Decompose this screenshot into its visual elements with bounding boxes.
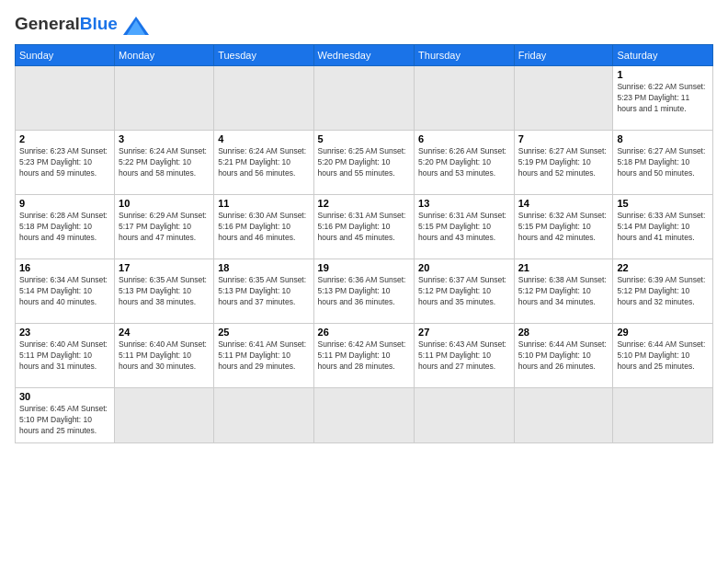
day-number: 3: [119, 133, 210, 144]
logo-text: GeneralBlue: [15, 15, 149, 35]
day-info: Sunrise: 6:37 AM Sunset: 5:12 PM Dayligh…: [418, 275, 510, 308]
day-info: Sunrise: 6:29 AM Sunset: 5:17 PM Dayligh…: [119, 211, 210, 244]
day-info: Sunrise: 6:42 AM Sunset: 5:11 PM Dayligh…: [318, 339, 411, 373]
calendar-cell: [514, 387, 613, 442]
day-number: 11: [218, 198, 309, 209]
calendar-cell: [514, 65, 613, 130]
day-number: 22: [617, 262, 709, 273]
page: GeneralBlue Sunday Monday Tuesday Wednes…: [0, 0, 728, 563]
day-info: Sunrise: 6:23 AM Sunset: 5:23 PM Dayligh…: [19, 146, 110, 179]
calendar-cell: 29Sunrise: 6:44 AM Sunset: 5:10 PM Dayli…: [613, 323, 713, 387]
calendar-cell: 28Sunrise: 6:44 AM Sunset: 5:10 PM Dayli…: [514, 323, 613, 387]
day-number: 5: [318, 133, 411, 144]
calendar-cell: 1Sunrise: 6:22 AM Sunset: 5:23 PM Daylig…: [613, 65, 713, 130]
calendar-cell: 15Sunrise: 6:33 AM Sunset: 5:14 PM Dayli…: [613, 194, 713, 259]
calendar-cell: [115, 65, 214, 130]
day-number: 2: [19, 133, 110, 144]
day-number: 30: [19, 391, 110, 402]
day-info: Sunrise: 6:38 AM Sunset: 5:12 PM Dayligh…: [518, 275, 609, 308]
calendar-cell: 16Sunrise: 6:34 AM Sunset: 5:14 PM Dayli…: [16, 259, 115, 323]
day-number: 14: [518, 198, 609, 209]
logo-blue: Blue: [80, 14, 118, 33]
day-info: Sunrise: 6:22 AM Sunset: 5:23 PM Dayligh…: [617, 82, 709, 115]
day-number: 26: [318, 327, 411, 338]
day-info: Sunrise: 6:24 AM Sunset: 5:22 PM Dayligh…: [119, 146, 210, 179]
calendar-cell: [214, 387, 313, 442]
day-number: 25: [218, 327, 309, 338]
calendar-cell: 4Sunrise: 6:24 AM Sunset: 5:21 PM Daylig…: [214, 130, 313, 194]
day-info: Sunrise: 6:27 AM Sunset: 5:18 PM Dayligh…: [617, 146, 709, 179]
calendar-cell: 10Sunrise: 6:29 AM Sunset: 5:17 PM Dayli…: [115, 194, 214, 259]
calendar-cell: 8Sunrise: 6:27 AM Sunset: 5:18 PM Daylig…: [613, 130, 713, 194]
day-number: 18: [218, 262, 309, 273]
day-number: 4: [218, 133, 309, 144]
calendar-cell: 9Sunrise: 6:28 AM Sunset: 5:18 PM Daylig…: [16, 194, 115, 259]
calendar-cell: [613, 387, 713, 442]
day-number: 9: [19, 198, 110, 209]
calendar-cell: 18Sunrise: 6:35 AM Sunset: 5:13 PM Dayli…: [214, 259, 313, 323]
day-number: 28: [518, 327, 609, 338]
calendar-cell: [115, 387, 214, 442]
calendar-cell: 24Sunrise: 6:40 AM Sunset: 5:11 PM Dayli…: [115, 323, 214, 387]
day-number: 19: [318, 262, 411, 273]
col-tuesday: Tuesday: [214, 44, 313, 65]
day-number: 21: [518, 262, 609, 273]
day-info: Sunrise: 6:35 AM Sunset: 5:13 PM Dayligh…: [218, 275, 309, 308]
day-number: 1: [617, 69, 709, 80]
day-info: Sunrise: 6:35 AM Sunset: 5:13 PM Dayligh…: [119, 275, 210, 308]
col-thursday: Thursday: [415, 44, 515, 65]
day-number: 8: [617, 133, 709, 144]
calendar-cell: 22Sunrise: 6:39 AM Sunset: 5:12 PM Dayli…: [613, 259, 713, 323]
col-wednesday: Wednesday: [313, 44, 415, 65]
calendar-cell: 14Sunrise: 6:32 AM Sunset: 5:15 PM Dayli…: [514, 194, 613, 259]
calendar-cell: 25Sunrise: 6:41 AM Sunset: 5:11 PM Dayli…: [214, 323, 313, 387]
day-number: 17: [119, 262, 210, 273]
day-info: Sunrise: 6:27 AM Sunset: 5:19 PM Dayligh…: [518, 146, 609, 179]
day-info: Sunrise: 6:44 AM Sunset: 5:10 PM Dayligh…: [518, 339, 609, 373]
calendar-cell: 17Sunrise: 6:35 AM Sunset: 5:13 PM Dayli…: [115, 259, 214, 323]
day-number: 13: [418, 198, 510, 209]
day-number: 29: [617, 327, 709, 338]
calendar-cell: 27Sunrise: 6:43 AM Sunset: 5:11 PM Dayli…: [415, 323, 515, 387]
calendar-cell: [415, 65, 515, 130]
calendar-cell: 3Sunrise: 6:24 AM Sunset: 5:22 PM Daylig…: [115, 130, 214, 194]
header: GeneralBlue: [15, 15, 713, 35]
calendar-cell: [313, 65, 415, 130]
calendar-cell: 26Sunrise: 6:42 AM Sunset: 5:11 PM Dayli…: [313, 323, 415, 387]
day-number: 12: [318, 198, 411, 209]
col-saturday: Saturday: [613, 44, 713, 65]
day-info: Sunrise: 6:39 AM Sunset: 5:12 PM Dayligh…: [617, 275, 709, 308]
day-info: Sunrise: 6:31 AM Sunset: 5:15 PM Dayligh…: [418, 211, 510, 244]
day-info: Sunrise: 6:40 AM Sunset: 5:11 PM Dayligh…: [119, 339, 210, 373]
day-info: Sunrise: 6:34 AM Sunset: 5:14 PM Dayligh…: [19, 275, 110, 308]
day-number: 24: [119, 327, 210, 338]
day-info: Sunrise: 6:28 AM Sunset: 5:18 PM Dayligh…: [19, 211, 110, 244]
day-info: Sunrise: 6:33 AM Sunset: 5:14 PM Dayligh…: [617, 211, 709, 244]
day-number: 7: [518, 133, 609, 144]
calendar-cell: [214, 65, 313, 130]
calendar-cell: 6Sunrise: 6:26 AM Sunset: 5:20 PM Daylig…: [415, 130, 515, 194]
day-info: Sunrise: 6:36 AM Sunset: 5:13 PM Dayligh…: [318, 275, 411, 308]
logo-icon: [123, 17, 149, 35]
calendar-cell: 11Sunrise: 6:30 AM Sunset: 5:16 PM Dayli…: [214, 194, 313, 259]
calendar-header-row: Sunday Monday Tuesday Wednesday Thursday…: [16, 44, 713, 65]
day-info: Sunrise: 6:45 AM Sunset: 5:10 PM Dayligh…: [19, 404, 110, 437]
day-info: Sunrise: 6:44 AM Sunset: 5:10 PM Dayligh…: [617, 339, 709, 373]
calendar: Sunday Monday Tuesday Wednesday Thursday…: [15, 44, 713, 443]
day-info: Sunrise: 6:43 AM Sunset: 5:11 PM Dayligh…: [418, 339, 510, 373]
day-info: Sunrise: 6:30 AM Sunset: 5:16 PM Dayligh…: [218, 211, 309, 244]
day-number: 10: [119, 198, 210, 209]
day-info: Sunrise: 6:25 AM Sunset: 5:20 PM Dayligh…: [318, 146, 411, 179]
day-number: 16: [19, 262, 110, 273]
calendar-cell: 13Sunrise: 6:31 AM Sunset: 5:15 PM Dayli…: [415, 194, 515, 259]
day-number: 20: [418, 262, 510, 273]
day-number: 23: [19, 327, 110, 338]
day-number: 15: [617, 198, 709, 209]
calendar-cell: 23Sunrise: 6:40 AM Sunset: 5:11 PM Dayli…: [16, 323, 115, 387]
calendar-cell: [16, 65, 115, 130]
col-friday: Friday: [514, 44, 613, 65]
day-info: Sunrise: 6:40 AM Sunset: 5:11 PM Dayligh…: [19, 339, 110, 373]
day-info: Sunrise: 6:41 AM Sunset: 5:11 PM Dayligh…: [218, 339, 309, 373]
col-monday: Monday: [115, 44, 214, 65]
day-info: Sunrise: 6:31 AM Sunset: 5:16 PM Dayligh…: [318, 211, 411, 244]
